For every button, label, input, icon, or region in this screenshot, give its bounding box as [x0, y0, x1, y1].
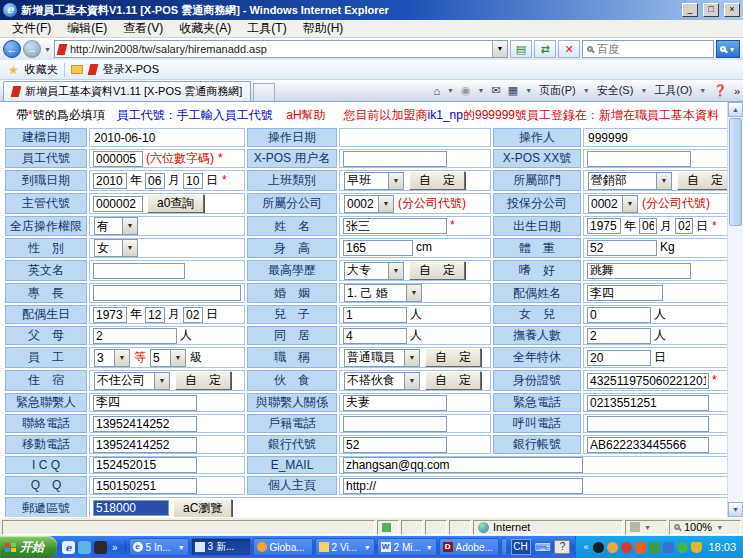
minimize-button[interactable]: _: [682, 3, 698, 17]
tools-menu[interactable]: 工具(O): [654, 83, 692, 98]
address-dropdown-icon[interactable]: ▼: [492, 41, 507, 57]
form-input[interactable]: [343, 437, 447, 453]
quick-launch-overflow-chevron[interactable]: »: [110, 542, 120, 553]
menu-item[interactable]: 查看(V): [115, 19, 171, 38]
form-input[interactable]: [343, 416, 447, 432]
form-input[interactable]: [93, 285, 241, 301]
tray-overflow-chevron[interactable]: «: [581, 542, 590, 552]
form-select[interactable]: 普通職員▼: [344, 349, 420, 367]
start-button[interactable]: 开始: [0, 536, 57, 558]
form-input[interactable]: [587, 151, 691, 167]
form-button[interactable]: 自 定: [409, 261, 465, 280]
help-icon[interactable]: ❓: [713, 84, 727, 97]
messenger-icon[interactable]: [78, 541, 91, 554]
page-menu[interactable]: 页面(P): [539, 83, 576, 98]
form-select[interactable]: 0002▼: [344, 195, 394, 213]
form-input[interactable]: [587, 373, 709, 389]
menu-item[interactable]: 帮助(H): [295, 19, 352, 38]
form-input[interactable]: [343, 151, 447, 167]
language-help-icon[interactable]: ?: [554, 540, 570, 554]
form-input[interactable]: [93, 328, 177, 344]
safety-menu[interactable]: 安全(S): [597, 83, 634, 98]
mail-icon[interactable]: ✉: [492, 84, 501, 97]
form-input[interactable]: [183, 307, 203, 323]
form-select[interactable]: 早班▼: [344, 172, 404, 190]
form-input[interactable]: [343, 395, 447, 411]
keyboard-icon[interactable]: ⌨: [535, 541, 551, 554]
print-icon[interactable]: ▦: [508, 84, 518, 97]
form-input[interactable]: [145, 173, 165, 189]
ie-icon[interactable]: e: [62, 541, 75, 554]
tab-employee-form[interactable]: 新增員工基本資料V1.11 [X-POS 雲通商務網]: [3, 81, 251, 101]
qq-icon[interactable]: [607, 542, 618, 553]
form-input[interactable]: [343, 240, 413, 256]
home-dropdown-icon[interactable]: ▼: [447, 87, 454, 94]
shield-icon[interactable]: [691, 542, 702, 553]
add-favorite-icon[interactable]: [71, 65, 83, 74]
form-input[interactable]: [587, 285, 663, 301]
red-icon[interactable]: [621, 542, 632, 553]
compatibility-button[interactable]: ▤: [510, 40, 532, 58]
recent-pages-dropdown-icon[interactable]: ▼: [43, 46, 52, 53]
form-button[interactable]: 自 定: [677, 171, 733, 190]
scrollbar-thumb[interactable]: [729, 118, 742, 226]
form-input[interactable]: [93, 263, 185, 279]
form-input[interactable]: [145, 307, 165, 323]
form-select[interactable]: 女▼: [94, 239, 138, 257]
form-button[interactable]: 自 定: [175, 371, 231, 390]
form-input[interactable]: [183, 173, 203, 189]
favorites-star-icon[interactable]: ★: [8, 63, 19, 77]
form-input[interactable]: [343, 307, 407, 323]
form-input[interactable]: [587, 416, 709, 432]
vertical-scrollbar[interactable]: ▲ ▼: [727, 102, 743, 517]
form-button[interactable]: a0查詢: [147, 194, 204, 213]
feeds-dropdown-icon[interactable]: ▼: [478, 87, 485, 94]
form-select[interactable]: 3▼: [94, 349, 130, 367]
form-input[interactable]: [587, 218, 621, 234]
new-tab-button[interactable]: [253, 83, 275, 101]
scroll-up-icon[interactable]: ▲: [728, 102, 743, 117]
protected-mode-pane[interactable]: ▼: [625, 520, 667, 535]
form-input[interactable]: [587, 240, 657, 256]
search-button[interactable]: ▼: [716, 40, 740, 58]
search-options-dropdown-icon[interactable]: ▼: [728, 46, 737, 53]
zoom-control[interactable]: 100% ▼: [669, 520, 741, 535]
update-icon[interactable]: [677, 542, 688, 553]
taskbar-button[interactable]: W2 Mi...▼: [377, 538, 437, 556]
form-button[interactable]: aC瀏覽: [173, 499, 232, 518]
form-button[interactable]: 自 定: [409, 171, 465, 190]
home-icon[interactable]: ⌂: [433, 85, 440, 97]
form-input[interactable]: [93, 478, 197, 494]
help-link[interactable]: aH幫助: [286, 107, 325, 124]
menu-item[interactable]: 收藏夹(A): [171, 19, 239, 38]
form-button[interactable]: 自 定: [425, 348, 481, 367]
address-bar[interactable]: http://win2008/tw/salary/hiremanadd.asp …: [54, 40, 508, 58]
form-input[interactable]: [93, 395, 197, 411]
form-input[interactable]: [93, 307, 127, 323]
form-input[interactable]: [343, 478, 583, 494]
url-text[interactable]: http://win2008/tw/salary/hiremanadd.asp: [70, 43, 488, 55]
close-button[interactable]: ×: [724, 3, 740, 17]
form-input[interactable]: [587, 395, 709, 411]
form-input[interactable]: [343, 328, 407, 344]
form-input[interactable]: [343, 457, 583, 473]
forward-button[interactable]: →: [23, 40, 41, 58]
scroll-down-icon[interactable]: ▼: [728, 502, 743, 517]
penguin-icon[interactable]: [593, 542, 604, 553]
maximize-button[interactable]: □: [703, 3, 719, 17]
form-select[interactable]: 有▼: [94, 217, 138, 235]
search-input[interactable]: 百度: [582, 40, 714, 58]
form-button[interactable]: 自 定: [425, 371, 481, 390]
form-input[interactable]: [93, 457, 197, 473]
form-input[interactable]: [587, 350, 651, 366]
back-button[interactable]: ←: [3, 40, 21, 58]
form-select[interactable]: 5▼: [150, 349, 186, 367]
menu-item[interactable]: 工具(T): [239, 19, 294, 38]
form-input[interactable]: [675, 218, 693, 234]
form-input[interactable]: [93, 173, 127, 189]
form-input[interactable]: [93, 196, 143, 212]
stop-button[interactable]: ✕: [558, 40, 580, 58]
command-overflow-chevron[interactable]: »: [734, 85, 740, 97]
form-input[interactable]: [587, 263, 691, 279]
safety-dropdown-icon[interactable]: ▼: [640, 87, 647, 94]
